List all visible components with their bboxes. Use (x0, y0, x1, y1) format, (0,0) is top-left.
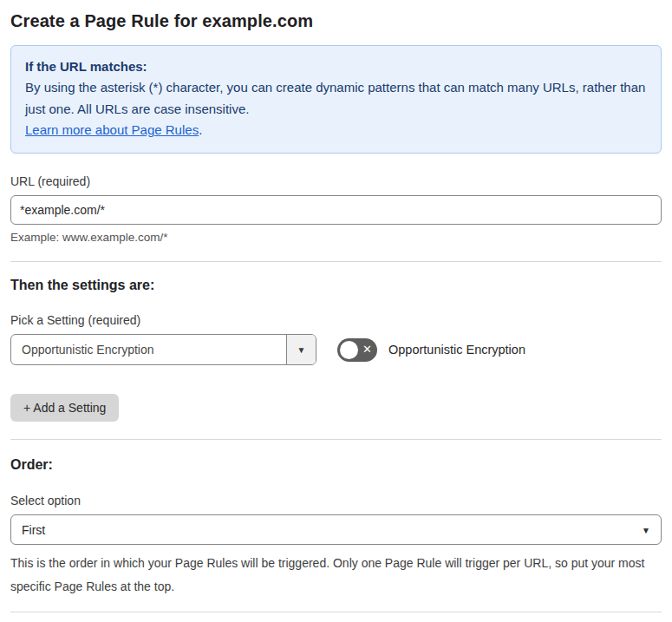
order-select-value: First (22, 523, 45, 537)
setting-select[interactable]: Opportunistic Encryption ▼ (10, 334, 316, 365)
page-title: Create a Page Rule for example.com (10, 11, 662, 31)
order-select-label: Select option (10, 494, 662, 507)
add-setting-button[interactable]: + Add a Setting (10, 394, 119, 422)
order-select[interactable]: First ▼ (10, 514, 662, 545)
opportunistic-encryption-toggle[interactable]: ✕ (337, 338, 377, 362)
settings-heading: Then the settings are: (10, 278, 662, 293)
chevron-down-icon: ▼ (297, 345, 306, 355)
chevron-down-icon: ▼ (642, 525, 650, 534)
learn-more-link[interactable]: Learn more about Page Rules (25, 122, 199, 137)
section-divider (10, 439, 662, 440)
order-helper-text: This is the order in which your Page Rul… (10, 552, 662, 598)
url-example-helper: Example: www.example.com/* (10, 231, 662, 244)
section-divider (10, 261, 662, 262)
info-box-body: By using the asterisk (*) character, you… (25, 77, 647, 120)
toggle-off-x-icon: ✕ (362, 344, 372, 355)
url-label: URL (required) (10, 174, 662, 188)
setting-select-value: Opportunistic Encryption (11, 335, 286, 364)
url-section: URL (required) Example: www.example.com/… (10, 174, 662, 244)
toggle-knob (340, 341, 358, 359)
page-rule-form: Create a Page Rule for example.com If th… (0, 0, 672, 622)
footer-divider (10, 612, 662, 612)
setting-row: Opportunistic Encryption ▼ ✕ Opportunist… (10, 334, 662, 365)
order-heading: Order: (10, 457, 662, 473)
info-box-heading: If the URL matches: (25, 56, 647, 77)
url-match-info-box: If the URL matches: By using the asteris… (10, 45, 662, 154)
toggle-label: Opportunistic Encryption (388, 343, 525, 357)
pick-setting-label: Pick a Setting (required) (10, 313, 662, 327)
info-link-line: Learn more about Page Rules. (25, 120, 647, 141)
link-suffix: . (199, 122, 202, 137)
url-input[interactable] (10, 195, 662, 225)
setting-select-button[interactable]: ▼ (286, 335, 316, 364)
